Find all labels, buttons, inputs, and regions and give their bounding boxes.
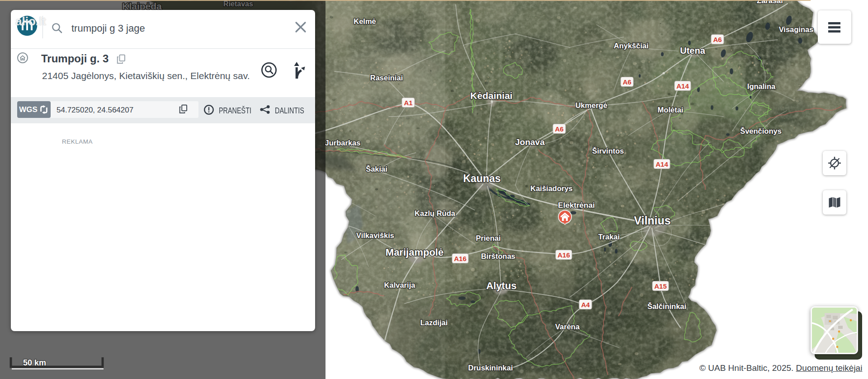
- svg-text:Kelmė: Kelmė: [354, 17, 376, 25]
- svg-text:Kalvarija: Kalvarija: [384, 281, 416, 289]
- svg-text:Elektrėnai: Elektrėnai: [558, 201, 594, 210]
- svg-text:Trakai: Trakai: [598, 233, 620, 241]
- svg-text:Jurbarkas: Jurbarkas: [325, 139, 361, 147]
- svg-text:Kazlų Rūda: Kazlų Rūda: [415, 209, 456, 217]
- svg-text:Utena: Utena: [680, 46, 705, 56]
- svg-text:A14: A14: [676, 82, 689, 90]
- svg-text:Vilkaviškis: Vilkaviškis: [356, 231, 394, 239]
- svg-text:Kaišiadorys: Kaišiadorys: [530, 184, 573, 192]
- svg-text:Kėdainiai: Kėdainiai: [470, 90, 512, 101]
- svg-text:A16: A16: [454, 255, 467, 262]
- svg-text:A4: A4: [581, 301, 590, 309]
- svg-text:Širvintos: Širvintos: [592, 147, 624, 155]
- svg-text:Anykščiai: Anykščiai: [613, 42, 648, 50]
- svg-text:Šakiai: Šakiai: [366, 165, 387, 173]
- svg-text:Varėna: Varėna: [555, 323, 580, 331]
- svg-text:Jonava: Jonava: [515, 137, 545, 147]
- svg-text:Molėtai: Molėtai: [658, 106, 684, 114]
- svg-text:A14: A14: [656, 160, 668, 168]
- svg-text:A6: A6: [713, 36, 722, 43]
- svg-text:Šalčininkai: Šalčininkai: [647, 302, 686, 310]
- svg-text:Birštonas: Birštonas: [481, 252, 515, 260]
- svg-text:Visaginas: Visaginas: [779, 25, 814, 33]
- svg-text:A6: A6: [623, 78, 631, 86]
- svg-text:Druskininkai: Druskininkai: [468, 364, 513, 372]
- svg-text:A6: A6: [555, 125, 563, 133]
- svg-text:Alytus: Alytus: [486, 280, 516, 291]
- svg-text:Marijampolė: Marijampolė: [386, 247, 443, 258]
- svg-text:Ignalina: Ignalina: [747, 82, 776, 90]
- svg-text:Prienai: Prienai: [476, 234, 500, 242]
- svg-text:Kaunas: Kaunas: [463, 173, 500, 184]
- svg-text:Vilnius: Vilnius: [634, 214, 671, 227]
- svg-text:A15: A15: [654, 282, 667, 290]
- svg-text:Ukmergė: Ukmergė: [576, 101, 608, 109]
- svg-text:Lazdijai: Lazdijai: [420, 318, 448, 327]
- svg-text:Švenčionys: Švenčionys: [740, 127, 782, 135]
- svg-text:A1: A1: [404, 99, 412, 107]
- svg-text:Raseiniai: Raseiniai: [370, 74, 403, 82]
- svg-text:50 km: 50 km: [23, 358, 46, 367]
- svg-text:A16: A16: [557, 251, 570, 259]
